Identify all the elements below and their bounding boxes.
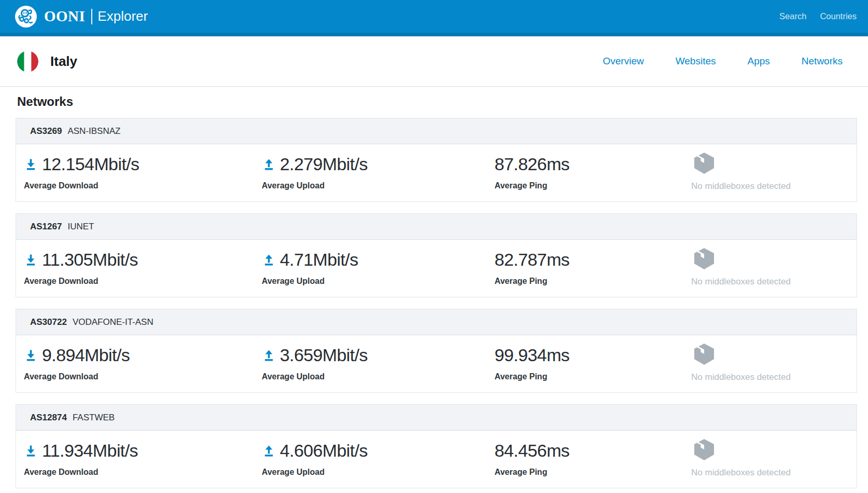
middlebox-label: No middleboxes detected [691, 372, 857, 382]
network-card-header: AS3269ASN-IBSNAZ [16, 118, 857, 144]
network-name: VODAFONE-IT-ASN [73, 317, 153, 327]
tab-websites[interactable]: Websites [676, 56, 716, 67]
page: OONI Explorer Search Countries Italy Ove… [0, 0, 868, 493]
download-metric: 9.894Mbit/s Average Download [16, 341, 254, 382]
ping-value: 82.787ms [495, 250, 570, 270]
asn-label: AS30722 [30, 317, 67, 327]
ping-label: Average Ping [495, 468, 683, 477]
upload-icon [262, 444, 276, 458]
asn-label: AS3269 [30, 126, 62, 136]
download-value: 11.305Mbit/s [42, 250, 138, 270]
top-navigation: Search Countries [779, 11, 857, 21]
upload-label: Average Upload [262, 468, 487, 477]
download-value: 9.894Mbit/s [42, 345, 130, 365]
country-tabs: Overview Websites Apps Networks [603, 56, 843, 67]
network-card-header: AS12874FASTWEB [16, 405, 857, 431]
ping-label: Average Ping [495, 181, 683, 190]
download-metric: 11.305Mbit/s Average Download [16, 246, 254, 287]
asn-label: AS12874 [30, 413, 67, 422]
network-card: AS3269ASN-IBSNAZ 12.154Mbit/s Average Do… [16, 118, 857, 202]
nav-search-link[interactable]: Search [779, 11, 806, 21]
tab-apps[interactable]: Apps [748, 56, 770, 67]
download-icon [24, 444, 38, 458]
middlebox-label: No middleboxes detected [691, 181, 857, 191]
ping-metric: 82.787ms Average Ping [487, 246, 683, 287]
upload-label: Average Upload [262, 277, 487, 286]
download-label: Average Download [24, 372, 254, 381]
upload-icon [262, 157, 276, 171]
download-value: 12.154Mbit/s [42, 154, 139, 174]
network-card-header: AS30722VODAFONE-IT-ASN [16, 309, 857, 335]
ping-value: 99.934ms [495, 345, 570, 365]
middlebox-package-icon [692, 343, 716, 366]
tab-networks[interactable]: Networks [802, 56, 843, 67]
upload-metric: 4.71Mbit/s Average Upload [254, 246, 487, 287]
ping-label: Average Ping [495, 277, 683, 286]
upload-icon [262, 253, 276, 267]
download-label: Average Download [24, 468, 254, 477]
network-card-body: 11.305Mbit/s Average Download 4.71Mbit/s… [16, 240, 857, 297]
upload-label: Average Upload [262, 181, 487, 190]
upload-label: Average Upload [262, 372, 487, 381]
ping-metric: 99.934ms Average Ping [487, 341, 683, 382]
nav-countries-link[interactable]: Countries [820, 11, 857, 21]
ooni-octopus-logo-icon [15, 5, 37, 28]
middlebox-package-icon [692, 152, 716, 175]
country-title: Italy [50, 53, 77, 70]
ooni-brand-home-link[interactable]: OONI Explorer [15, 5, 148, 28]
network-name: ASN-IBSNAZ [67, 126, 120, 136]
middlebox-package-icon [692, 247, 716, 270]
network-card-body: 12.154Mbit/s Average Download 2.279Mbit/… [16, 144, 857, 201]
middlebox-status: No middleboxes detected [683, 341, 857, 382]
ping-metric: 84.456ms Average Ping [487, 437, 683, 478]
middlebox-status: No middleboxes detected [683, 246, 857, 287]
download-icon [24, 253, 38, 267]
download-label: Average Download [24, 181, 254, 190]
network-card-body: 9.894Mbit/s Average Download 3.659Mbit/s… [16, 335, 857, 392]
download-metric: 11.934Mbit/s Average Download [16, 437, 254, 478]
download-label: Average Download [24, 277, 254, 286]
brand-suffix: Explorer [97, 8, 148, 24]
upload-value: 2.279Mbit/s [280, 154, 368, 174]
upload-metric: 4.606Mbit/s Average Upload [254, 437, 487, 478]
middlebox-label: No middleboxes detected [691, 277, 857, 287]
ping-value: 84.456ms [495, 441, 570, 461]
network-card-header: AS1267IUNET [16, 214, 857, 240]
network-card: AS1267IUNET 11.305Mbit/s Average Downloa… [16, 213, 857, 297]
upload-metric: 2.279Mbit/s Average Upload [254, 150, 487, 191]
brand-name: OONI [44, 8, 85, 25]
network-name: IUNET [67, 222, 94, 231]
middlebox-label: No middleboxes detected [691, 468, 857, 478]
network-card-body: 11.934Mbit/s Average Download 4.606Mbit/… [16, 431, 857, 488]
networks-section: Networks AS3269ASN-IBSNAZ 12.154Mbit/s A… [0, 94, 868, 488]
section-title: Networks [17, 94, 857, 109]
upload-value: 4.71Mbit/s [280, 250, 358, 270]
network-card: AS12874FASTWEB 11.934Mbit/s Average Down… [16, 404, 857, 488]
ping-label: Average Ping [495, 372, 683, 381]
download-icon [24, 157, 38, 171]
country-header: Italy Overview Websites Apps Networks [0, 36, 868, 87]
network-name: FASTWEB [73, 413, 115, 422]
tab-overview[interactable]: Overview [603, 56, 644, 67]
download-metric: 12.154Mbit/s Average Download [16, 150, 254, 191]
middlebox-status: No middleboxes detected [683, 437, 857, 478]
top-header-bar: OONI Explorer Search Countries [0, 0, 868, 36]
middlebox-package-icon [692, 438, 716, 461]
download-value: 11.934Mbit/s [42, 441, 138, 461]
brand-divider [91, 9, 92, 24]
upload-value: 3.659Mbit/s [280, 345, 368, 365]
asn-label: AS1267 [30, 222, 62, 231]
upload-value: 4.606Mbit/s [280, 441, 368, 461]
italy-flag-icon [17, 51, 38, 72]
upload-metric: 3.659Mbit/s Average Upload [254, 341, 487, 382]
network-cards: AS3269ASN-IBSNAZ 12.154Mbit/s Average Do… [16, 118, 857, 488]
middlebox-status: No middleboxes detected [683, 150, 857, 191]
ping-metric: 87.826ms Average Ping [487, 150, 683, 191]
upload-icon [262, 348, 276, 362]
download-icon [24, 348, 38, 362]
ping-value: 87.826ms [495, 154, 570, 174]
network-card: AS30722VODAFONE-IT-ASN 9.894Mbit/s Avera… [16, 309, 857, 393]
